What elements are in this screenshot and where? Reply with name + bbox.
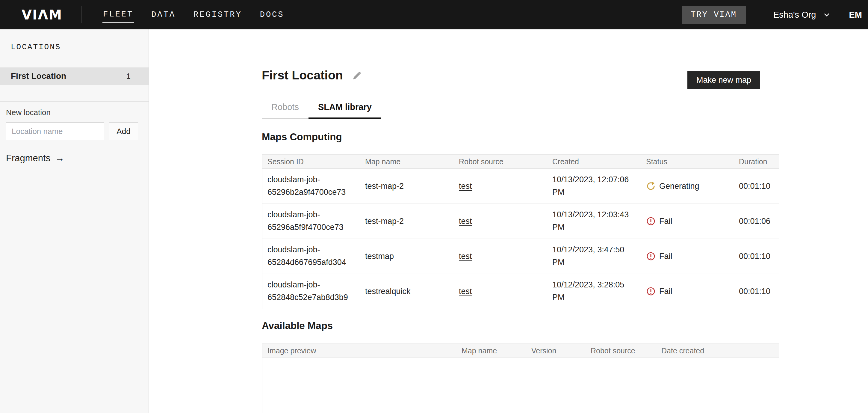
robot-source-cell: test [454,182,547,191]
make-new-map-button[interactable]: Make new map [687,71,760,89]
col-image-preview: Image preview [262,347,457,355]
session-id-cell: cloudslam-job-65296b2a9f4700ce73 [262,174,360,199]
col-robot-source: Robot source [454,157,547,166]
session-id-cell: cloudslam-job-652848c52e7ab8d3b9 [262,279,360,304]
locations-heading: LOCATIONS [0,29,149,52]
robot-source-link[interactable]: test [459,182,472,190]
nav-item-registry[interactable]: REGISTRY [193,7,243,22]
table-row: cloudslam-job-65284d667695afd304 testmap… [262,239,779,274]
robot-source-link[interactable]: test [459,217,472,226]
org-switcher[interactable]: Esha's Org [773,10,831,20]
try-viam-button[interactable]: TRY VIAM [682,6,746,24]
status-cell: Fail [641,216,734,226]
new-location-input[interactable] [6,122,104,140]
tab-robots[interactable]: Robots [262,102,309,119]
col-session-id: Session ID [262,157,360,166]
primary-nav: FLEET DATA REGISTRY DOCS [102,7,284,23]
generating-spinner-icon [646,181,656,191]
fail-alert-icon [646,216,656,226]
col-version: Version [526,347,586,355]
created-cell: 10/12/2023, 3:47:50 PM [547,244,641,269]
created-cell: 10/13/2023, 12:03:43 PM [547,209,641,234]
available-maps-heading: Available Maps [262,320,333,331]
robot-source-cell: test [454,252,547,261]
col-date-created: Date created [656,347,780,355]
session-id-cell: cloudslam-job-65296a5f9f4700ce73 [262,209,360,234]
maps-computing-header-row: Session ID Map name Robot source Created… [262,154,779,169]
status-label: Fail [659,287,673,296]
location-name: First Location [11,71,66,81]
status-cell: Fail [641,287,734,296]
status-cell: Fail [641,252,734,261]
available-maps-empty-body [262,358,779,413]
created-cell: 10/13/2023, 12:07:06 PM [547,174,641,199]
map-name-cell: test-map-2 [360,217,454,226]
duration-cell: 00:01:10 [734,287,780,296]
sidebar-item-first-location[interactable]: First Location 1 [0,67,149,85]
col-map-name: Map name [360,157,454,166]
duration-cell: 00:01:10 [734,252,780,261]
available-maps-table: Image preview Map name Version Robot sou… [262,344,779,413]
tab-slam-library[interactable]: SLAM library [309,102,381,119]
nav-item-fleet[interactable]: FLEET [102,7,134,23]
available-maps-header-row: Image preview Map name Version Robot sou… [262,344,779,358]
fail-alert-icon [646,252,656,261]
arrow-right-icon: → [55,153,64,164]
table-row: cloudslam-job-65296b2a9f4700ce73 test-ma… [262,169,779,204]
robot-source-link[interactable]: test [459,287,472,296]
page-title-row: First Location [262,68,362,82]
location-tabs: Robots SLAM library [262,102,381,119]
nav-divider [81,6,82,23]
col-status: Status [641,157,734,166]
fragments-link[interactable]: Fragments → [6,153,64,164]
nav-item-data[interactable]: DATA [151,7,176,22]
add-location-button[interactable]: Add [109,122,138,140]
status-cell: Generating [641,181,734,191]
user-avatar-initials[interactable]: EM [849,10,862,20]
map-name-cell: test-map-2 [360,182,454,191]
top-nav: VIΛM FLEET DATA REGISTRY DOCS TRY VIAM E… [0,0,868,29]
col-duration: Duration [734,157,780,166]
edit-pencil-icon[interactable] [352,70,362,81]
new-location-label: New location [6,108,51,117]
session-id-cell: cloudslam-job-65284d667695afd304 [262,244,360,269]
col-robot-source: Robot source [586,347,656,355]
duration-cell: 00:01:10 [734,182,780,191]
status-label: Generating [659,182,700,191]
created-cell: 10/12/2023, 3:28:05 PM [547,279,641,304]
status-label: Fail [659,217,673,226]
col-created: Created [547,157,641,166]
fragments-label: Fragments [6,153,50,164]
maps-computing-table: Session ID Map name Robot source Created… [262,154,779,309]
duration-cell: 00:01:06 [734,217,780,226]
chevron-down-icon [823,11,831,19]
map-name-cell: testrealquick [360,287,454,296]
robot-source-cell: test [454,217,547,226]
maps-computing-heading: Maps Computing [262,131,342,143]
nav-item-docs[interactable]: DOCS [259,7,285,22]
main-content: First Location Make new map Robots SLAM … [149,29,868,413]
nav-right-group: TRY VIAM Esha's Org EM [682,6,868,24]
col-map-name: Map name [457,347,526,355]
fail-alert-icon [646,287,656,296]
table-row: cloudslam-job-65296a5f9f4700ce73 test-ma… [262,204,779,239]
location-robot-count: 1 [126,71,131,81]
sidebar-divider [0,101,149,101]
status-label: Fail [659,252,673,261]
org-name: Esha's Org [773,10,816,20]
robot-source-cell: test [454,287,547,296]
locations-sidebar: LOCATIONS First Location 1 New location … [0,29,149,413]
viam-logo[interactable]: VIΛM [22,7,62,23]
map-name-cell: testmap [360,252,454,261]
robot-source-link[interactable]: test [459,252,472,261]
table-row: cloudslam-job-652848c52e7ab8d3b9 testrea… [262,274,779,309]
page-title: First Location [262,68,343,82]
